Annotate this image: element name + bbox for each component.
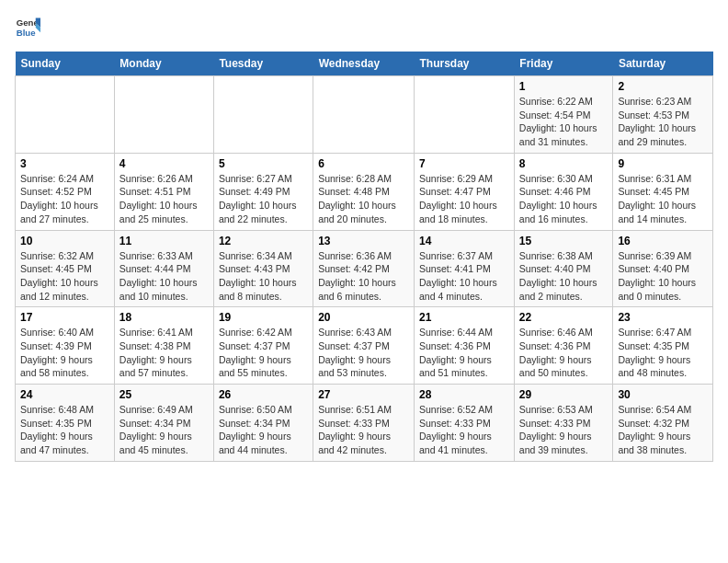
calendar-cell: 30Sunrise: 6:54 AM Sunset: 4:32 PM Dayli… — [613, 385, 713, 462]
calendar-cell: 6Sunrise: 6:28 AM Sunset: 4:48 PM Daylig… — [313, 153, 415, 230]
day-number: 13 — [318, 235, 409, 247]
day-info: Sunrise: 6:30 AM Sunset: 4:46 PM Dayligh… — [519, 172, 609, 226]
day-info: Sunrise: 6:51 AM Sunset: 4:33 PM Dayligh… — [318, 403, 409, 457]
calendar-week-3: 10Sunrise: 6:32 AM Sunset: 4:45 PM Dayli… — [16, 230, 713, 307]
day-number: 22 — [519, 311, 609, 324]
day-info: Sunrise: 6:31 AM Sunset: 4:45 PM Dayligh… — [618, 172, 708, 226]
day-info: Sunrise: 6:34 AM Sunset: 4:43 PM Dayligh… — [219, 249, 308, 304]
day-number: 27 — [318, 388, 409, 401]
day-info: Sunrise: 6:42 AM Sunset: 4:37 PM Dayligh… — [219, 326, 308, 380]
day-number: 16 — [618, 235, 708, 247]
day-info: Sunrise: 6:37 AM Sunset: 4:41 PM Dayligh… — [419, 249, 509, 304]
calendar-cell — [114, 76, 213, 154]
calendar-table: SundayMondayTuesdayWednesdayThursdayFrid… — [15, 52, 713, 462]
column-header-wednesday: Wednesday — [313, 52, 415, 76]
day-info: Sunrise: 6:33 AM Sunset: 4:44 PM Dayligh… — [119, 249, 209, 304]
day-number: 11 — [119, 235, 209, 247]
day-number: 21 — [419, 311, 509, 324]
day-info: Sunrise: 6:41 AM Sunset: 4:38 PM Dayligh… — [119, 326, 209, 380]
day-number: 8 — [519, 157, 609, 170]
calendar-cell: 28Sunrise: 6:52 AM Sunset: 4:33 PM Dayli… — [415, 385, 515, 462]
calendar-cell: 17Sunrise: 6:40 AM Sunset: 4:39 PM Dayli… — [16, 307, 115, 385]
calendar-cell — [415, 76, 515, 154]
day-info: Sunrise: 6:22 AM Sunset: 4:54 PM Dayligh… — [519, 95, 609, 149]
day-number: 9 — [618, 157, 708, 170]
logo: General Blue — [15, 15, 44, 40]
day-info: Sunrise: 6:24 AM Sunset: 4:52 PM Dayligh… — [20, 172, 109, 226]
calendar-header-row: SundayMondayTuesdayWednesdayThursdayFrid… — [16, 52, 713, 76]
day-number: 5 — [219, 157, 308, 170]
day-number: 18 — [119, 311, 209, 324]
day-number: 20 — [318, 311, 409, 324]
day-number: 23 — [618, 311, 708, 324]
calendar-cell: 21Sunrise: 6:44 AM Sunset: 4:36 PM Dayli… — [415, 307, 515, 385]
day-number: 15 — [519, 235, 609, 247]
day-info: Sunrise: 6:44 AM Sunset: 4:36 PM Dayligh… — [419, 326, 509, 380]
day-info: Sunrise: 6:50 AM Sunset: 4:34 PM Dayligh… — [219, 403, 308, 457]
calendar-cell: 19Sunrise: 6:42 AM Sunset: 4:37 PM Dayli… — [213, 307, 313, 385]
column-header-tuesday: Tuesday — [213, 52, 313, 76]
logo-icon: General Blue — [15, 15, 40, 40]
calendar-cell: 18Sunrise: 6:41 AM Sunset: 4:38 PM Dayli… — [114, 307, 213, 385]
calendar-cell: 4Sunrise: 6:26 AM Sunset: 4:51 PM Daylig… — [114, 153, 213, 230]
day-info: Sunrise: 6:26 AM Sunset: 4:51 PM Dayligh… — [119, 172, 209, 226]
calendar-cell: 27Sunrise: 6:51 AM Sunset: 4:33 PM Dayli… — [313, 385, 415, 462]
svg-text:Blue: Blue — [17, 28, 36, 38]
calendar-cell: 14Sunrise: 6:37 AM Sunset: 4:41 PM Dayli… — [415, 230, 515, 307]
day-info: Sunrise: 6:49 AM Sunset: 4:34 PM Dayligh… — [119, 403, 209, 457]
calendar-cell: 5Sunrise: 6:27 AM Sunset: 4:49 PM Daylig… — [213, 153, 313, 230]
calendar-cell: 15Sunrise: 6:38 AM Sunset: 4:40 PM Dayli… — [514, 230, 613, 307]
calendar-cell: 3Sunrise: 6:24 AM Sunset: 4:52 PM Daylig… — [16, 153, 115, 230]
day-info: Sunrise: 6:54 AM Sunset: 4:32 PM Dayligh… — [618, 403, 708, 457]
day-info: Sunrise: 6:52 AM Sunset: 4:33 PM Dayligh… — [419, 403, 509, 457]
day-number: 7 — [419, 157, 509, 170]
column-header-friday: Friday — [514, 52, 613, 76]
column-header-sunday: Sunday — [16, 52, 115, 76]
calendar-cell: 12Sunrise: 6:34 AM Sunset: 4:43 PM Dayli… — [213, 230, 313, 307]
day-number: 26 — [219, 388, 308, 401]
day-number: 30 — [618, 388, 708, 401]
calendar-cell: 2Sunrise: 6:23 AM Sunset: 4:53 PM Daylig… — [613, 76, 713, 154]
day-info: Sunrise: 6:38 AM Sunset: 4:40 PM Dayligh… — [519, 249, 609, 304]
day-info: Sunrise: 6:23 AM Sunset: 4:53 PM Dayligh… — [618, 95, 708, 149]
day-number: 12 — [219, 235, 308, 247]
calendar-cell: 7Sunrise: 6:29 AM Sunset: 4:47 PM Daylig… — [415, 153, 515, 230]
day-info: Sunrise: 6:36 AM Sunset: 4:42 PM Dayligh… — [318, 249, 409, 304]
calendar-cell: 8Sunrise: 6:30 AM Sunset: 4:46 PM Daylig… — [514, 153, 613, 230]
calendar-cell: 22Sunrise: 6:46 AM Sunset: 4:36 PM Dayli… — [514, 307, 613, 385]
calendar-cell: 9Sunrise: 6:31 AM Sunset: 4:45 PM Daylig… — [613, 153, 713, 230]
calendar-cell: 20Sunrise: 6:43 AM Sunset: 4:37 PM Dayli… — [313, 307, 415, 385]
day-info: Sunrise: 6:29 AM Sunset: 4:47 PM Dayligh… — [419, 172, 509, 226]
day-number: 29 — [519, 388, 609, 401]
day-number: 10 — [20, 235, 109, 247]
day-number: 14 — [419, 235, 509, 247]
day-number: 24 — [20, 388, 109, 401]
calendar-cell: 11Sunrise: 6:33 AM Sunset: 4:44 PM Dayli… — [114, 230, 213, 307]
calendar-cell — [213, 76, 313, 154]
day-info: Sunrise: 6:47 AM Sunset: 4:35 PM Dayligh… — [618, 326, 708, 380]
calendar-cell — [313, 76, 415, 154]
calendar-cell: 23Sunrise: 6:47 AM Sunset: 4:35 PM Dayli… — [613, 307, 713, 385]
day-info: Sunrise: 6:39 AM Sunset: 4:40 PM Dayligh… — [618, 249, 708, 304]
calendar-week-2: 3Sunrise: 6:24 AM Sunset: 4:52 PM Daylig… — [16, 153, 713, 230]
day-number: 25 — [119, 388, 209, 401]
calendar-cell: 24Sunrise: 6:48 AM Sunset: 4:35 PM Dayli… — [16, 385, 115, 462]
calendar-week-4: 17Sunrise: 6:40 AM Sunset: 4:39 PM Dayli… — [16, 307, 713, 385]
calendar-cell: 13Sunrise: 6:36 AM Sunset: 4:42 PM Dayli… — [313, 230, 415, 307]
day-number: 19 — [219, 311, 308, 324]
day-number: 17 — [20, 311, 109, 324]
calendar-week-5: 24Sunrise: 6:48 AM Sunset: 4:35 PM Dayli… — [16, 385, 713, 462]
page-header: General Blue — [15, 15, 713, 40]
day-info: Sunrise: 6:46 AM Sunset: 4:36 PM Dayligh… — [519, 326, 609, 380]
calendar-cell: 10Sunrise: 6:32 AM Sunset: 4:45 PM Dayli… — [16, 230, 115, 307]
day-info: Sunrise: 6:53 AM Sunset: 4:33 PM Dayligh… — [519, 403, 609, 457]
day-info: Sunrise: 6:32 AM Sunset: 4:45 PM Dayligh… — [20, 249, 109, 304]
day-info: Sunrise: 6:28 AM Sunset: 4:48 PM Dayligh… — [318, 172, 409, 226]
column-header-thursday: Thursday — [415, 52, 515, 76]
column-header-monday: Monday — [114, 52, 213, 76]
day-number: 1 — [519, 80, 609, 93]
calendar-cell — [16, 76, 115, 154]
calendar-cell: 25Sunrise: 6:49 AM Sunset: 4:34 PM Dayli… — [114, 385, 213, 462]
calendar-week-1: 1Sunrise: 6:22 AM Sunset: 4:54 PM Daylig… — [16, 76, 713, 154]
day-number: 6 — [318, 157, 409, 170]
